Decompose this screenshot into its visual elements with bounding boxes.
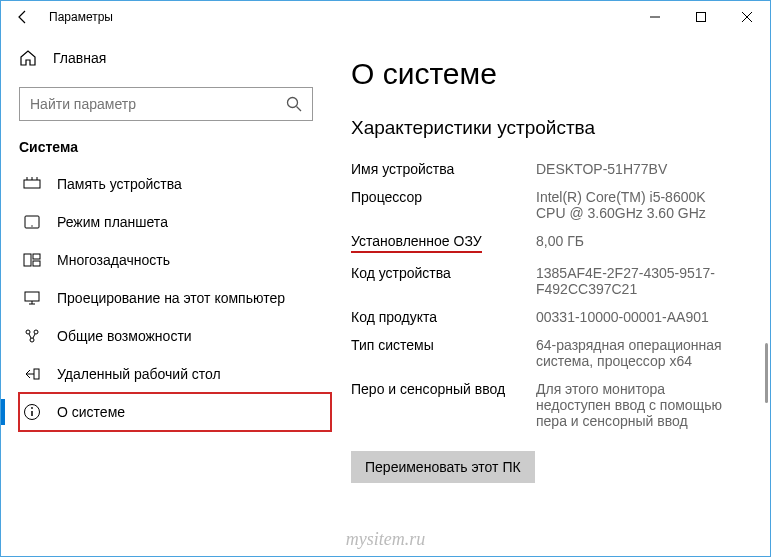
spec-row: Код устройства1385AF4E-2F27-4305-9517-F4… xyxy=(351,259,750,303)
sidebar-item-multitask[interactable]: Многозадачность xyxy=(19,241,331,279)
sidebar-item-label: Режим планшета xyxy=(57,214,168,230)
spec-label: Процессор xyxy=(351,189,536,221)
multitask-icon xyxy=(23,251,41,269)
main-panel: О системе Характеристики устройства Имя … xyxy=(331,33,770,556)
spec-value: 8,00 ГБ xyxy=(536,233,584,253)
sidebar-item-tablet[interactable]: Режим планшета xyxy=(19,203,331,241)
home-icon xyxy=(19,49,37,67)
svg-line-5 xyxy=(297,107,302,112)
home-button[interactable]: Главная xyxy=(19,41,331,75)
spec-row: Тип системы64-разрядная операционная сис… xyxy=(351,331,750,375)
tablet-icon xyxy=(23,213,41,231)
sidebar-item-label: Память устройства xyxy=(57,176,182,192)
svg-point-17 xyxy=(34,330,38,334)
memory-icon xyxy=(23,175,41,193)
spec-row: ПроцессорIntel(R) Core(TM) i5-8600K CPU … xyxy=(351,183,750,227)
project-icon xyxy=(23,289,41,307)
maximize-button[interactable] xyxy=(678,1,724,33)
shared-icon xyxy=(23,327,41,345)
svg-point-22 xyxy=(31,407,33,409)
sidebar-item-project[interactable]: Проецирование на этот компьютер xyxy=(19,279,331,317)
svg-rect-19 xyxy=(34,369,39,379)
spec-value: Intel(R) Core(TM) i5-8600K CPU @ 3.60GHz… xyxy=(536,189,736,221)
about-icon xyxy=(23,403,41,421)
svg-point-18 xyxy=(30,338,34,342)
rename-pc-button[interactable]: Переименовать этот ПК xyxy=(351,451,535,483)
window-title: Параметры xyxy=(49,10,113,24)
sidebar-item-label: Проецирование на этот компьютер xyxy=(57,290,285,306)
spec-row: Имя устройстваDESKTOP-51H77BV xyxy=(351,155,750,183)
sidebar-item-remote[interactable]: Удаленный рабочий стол xyxy=(19,355,331,393)
close-button[interactable] xyxy=(724,1,770,33)
spec-value: DESKTOP-51H77BV xyxy=(536,161,667,177)
scrollbar[interactable] xyxy=(758,33,768,554)
active-indicator xyxy=(1,399,5,425)
spec-label: Установленное ОЗУ xyxy=(351,233,536,253)
spec-value: 00331-10000-00001-AA901 xyxy=(536,309,709,325)
svg-point-16 xyxy=(26,330,30,334)
spec-label: Перо и сенсорный ввод xyxy=(351,381,536,429)
svg-rect-12 xyxy=(24,254,31,266)
svg-rect-14 xyxy=(33,261,40,266)
sidebar-item-label: О системе xyxy=(57,404,125,420)
search-input[interactable] xyxy=(30,96,286,112)
sidebar-section-title: Система xyxy=(19,139,331,155)
spec-value: Для этого монитора недоступен ввод с пом… xyxy=(536,381,736,429)
spec-value: 64-разрядная операционная система, проце… xyxy=(536,337,736,369)
sidebar: Главная Система Память устройстваРежим п… xyxy=(1,33,331,556)
home-label: Главная xyxy=(53,50,106,66)
sidebar-item-label: Многозадачность xyxy=(57,252,170,268)
sidebar-item-label: Удаленный рабочий стол xyxy=(57,366,221,382)
device-spec-heading: Характеристики устройства xyxy=(351,117,750,139)
spec-label: Код продукта xyxy=(351,309,536,325)
svg-point-4 xyxy=(288,98,298,108)
scrollbar-thumb[interactable] xyxy=(765,343,768,403)
sidebar-item-memory[interactable]: Память устройства xyxy=(19,165,331,203)
search-icon xyxy=(286,96,302,112)
svg-rect-1 xyxy=(697,13,706,22)
svg-rect-15 xyxy=(25,292,39,301)
spec-label: Код устройства xyxy=(351,265,536,297)
svg-rect-13 xyxy=(33,254,40,259)
spec-label: Тип системы xyxy=(351,337,536,369)
spec-row: Перо и сенсорный вводДля этого монитора … xyxy=(351,375,750,435)
search-box[interactable] xyxy=(19,87,313,121)
page-title: О системе xyxy=(351,57,750,91)
spec-row: Код продукта00331-10000-00001-AA901 xyxy=(351,303,750,331)
svg-point-11 xyxy=(31,225,32,226)
spec-label: Имя устройства xyxy=(351,161,536,177)
sidebar-item-about[interactable]: О системе xyxy=(19,393,331,431)
minimize-button[interactable] xyxy=(632,1,678,33)
spec-row: Установленное ОЗУ8,00 ГБ xyxy=(351,227,750,259)
titlebar: Параметры xyxy=(1,1,770,33)
back-button[interactable] xyxy=(11,5,35,29)
sidebar-item-label: Общие возможности xyxy=(57,328,192,344)
window-controls xyxy=(632,1,770,33)
svg-rect-6 xyxy=(24,180,40,188)
sidebar-item-shared[interactable]: Общие возможности xyxy=(19,317,331,355)
spec-value: 1385AF4E-2F27-4305-9517-F492CC397C21 xyxy=(536,265,736,297)
remote-icon xyxy=(23,365,41,383)
